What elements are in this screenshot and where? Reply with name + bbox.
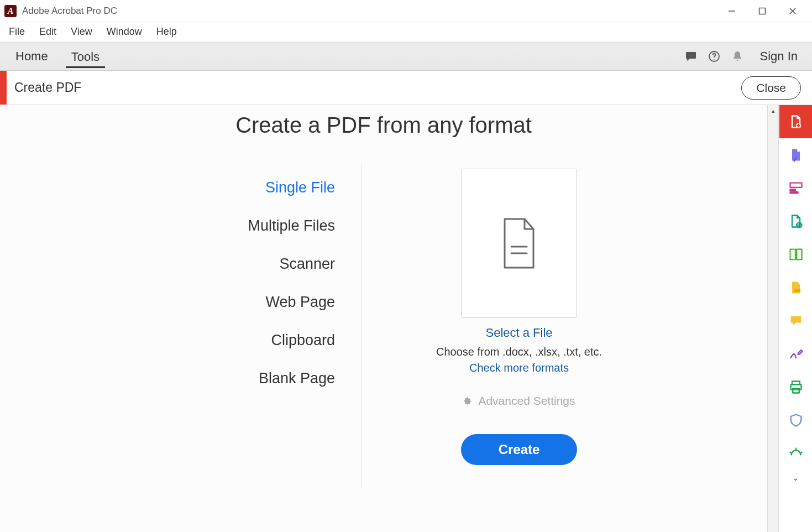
svg-point-6 bbox=[692, 55, 693, 56]
scroll-up-icon[interactable]: ▴ bbox=[768, 105, 778, 116]
svg-point-8 bbox=[714, 59, 715, 60]
close-tool-button[interactable]: Close bbox=[741, 76, 801, 100]
side-tool-comment[interactable] bbox=[779, 304, 813, 337]
top-tab-row: Home Tools Sign In bbox=[0, 42, 812, 71]
notifications-icon[interactable] bbox=[726, 45, 749, 68]
app-title: Adobe Acrobat Pro DC bbox=[22, 6, 117, 17]
menu-edit[interactable]: Edit bbox=[33, 23, 63, 41]
chat-icon[interactable] bbox=[679, 45, 703, 68]
side-tool-print[interactable] bbox=[779, 371, 813, 404]
option-blank-page[interactable]: Blank Page bbox=[259, 369, 335, 388]
sidebar-scroll-down-icon[interactable]: ⌄ bbox=[779, 470, 812, 486]
menu-bar: File Edit View Window Help bbox=[0, 22, 812, 42]
check-formats-link[interactable]: Check more formats bbox=[469, 362, 569, 374]
svg-point-4 bbox=[688, 55, 689, 56]
side-tool-optimize[interactable] bbox=[779, 437, 813, 470]
menu-help[interactable]: Help bbox=[150, 23, 184, 41]
advanced-settings-label: Advanced Settings bbox=[478, 394, 575, 408]
source-option-list: Single File Multiple Files Scanner Web P… bbox=[129, 169, 362, 465]
main-content: Create a PDF from any format Single File… bbox=[0, 105, 768, 532]
tool-header: Create PDF Close bbox=[0, 71, 812, 105]
tool-sidebar: ⌄ bbox=[779, 105, 812, 532]
minimize-button[interactable] bbox=[716, 0, 747, 22]
document-icon bbox=[496, 216, 542, 271]
svg-rect-1 bbox=[759, 8, 765, 14]
window-title-bar: A Adobe Acrobat Pro DC bbox=[0, 0, 812, 22]
side-tool-export-pdf[interactable] bbox=[779, 205, 813, 238]
gear-icon bbox=[463, 396, 473, 406]
side-tool-organize[interactable] bbox=[779, 171, 813, 205]
sign-in-link[interactable]: Sign In bbox=[760, 49, 798, 64]
close-window-button[interactable] bbox=[777, 0, 808, 22]
tool-accent-bar bbox=[0, 71, 7, 105]
option-scanner[interactable]: Scanner bbox=[279, 254, 335, 274]
vertical-scrollbar[interactable]: ▴ bbox=[768, 105, 779, 532]
menu-file[interactable]: File bbox=[2, 23, 32, 41]
side-tool-sign[interactable] bbox=[779, 337, 813, 371]
side-tool-protect[interactable] bbox=[779, 404, 813, 437]
tool-title: Create PDF bbox=[14, 80, 81, 95]
help-icon[interactable] bbox=[703, 45, 726, 68]
option-clipboard[interactable]: Clipboard bbox=[271, 331, 335, 350]
svg-rect-14 bbox=[790, 192, 798, 193]
file-drop-area[interactable] bbox=[461, 169, 577, 318]
svg-rect-12 bbox=[790, 183, 801, 187]
tab-home[interactable]: Home bbox=[10, 45, 54, 68]
select-file-description: Choose from .docx, .xlsx, .txt, etc. bbox=[436, 346, 602, 358]
side-tool-edit-pdf[interactable] bbox=[779, 138, 813, 171]
option-web-page[interactable]: Web Page bbox=[265, 293, 335, 312]
side-tool-redact[interactable] bbox=[779, 271, 813, 304]
create-button[interactable]: Create bbox=[461, 434, 578, 465]
option-single-file[interactable]: Single File bbox=[265, 178, 335, 197]
advanced-settings-link: Advanced Settings bbox=[463, 394, 575, 408]
svg-rect-13 bbox=[790, 189, 795, 190]
svg-rect-17 bbox=[797, 249, 801, 260]
select-file-link[interactable]: Select a File bbox=[485, 326, 552, 340]
svg-rect-16 bbox=[790, 249, 795, 260]
page-heading: Create a PDF from any format bbox=[0, 113, 767, 138]
svg-point-5 bbox=[690, 55, 691, 56]
side-tool-compare[interactable] bbox=[779, 238, 813, 271]
side-tool-create-pdf[interactable] bbox=[779, 105, 813, 138]
menu-view[interactable]: View bbox=[64, 23, 99, 41]
option-multiple-files[interactable]: Multiple Files bbox=[248, 216, 335, 236]
maximize-button[interactable] bbox=[747, 0, 777, 22]
svg-rect-18 bbox=[794, 289, 800, 292]
file-selection-pane: Select a File Choose from .docx, .xlsx, … bbox=[362, 169, 638, 465]
menu-window[interactable]: Window bbox=[100, 23, 149, 41]
tab-tools[interactable]: Tools bbox=[66, 45, 105, 68]
app-icon: A bbox=[4, 5, 17, 17]
